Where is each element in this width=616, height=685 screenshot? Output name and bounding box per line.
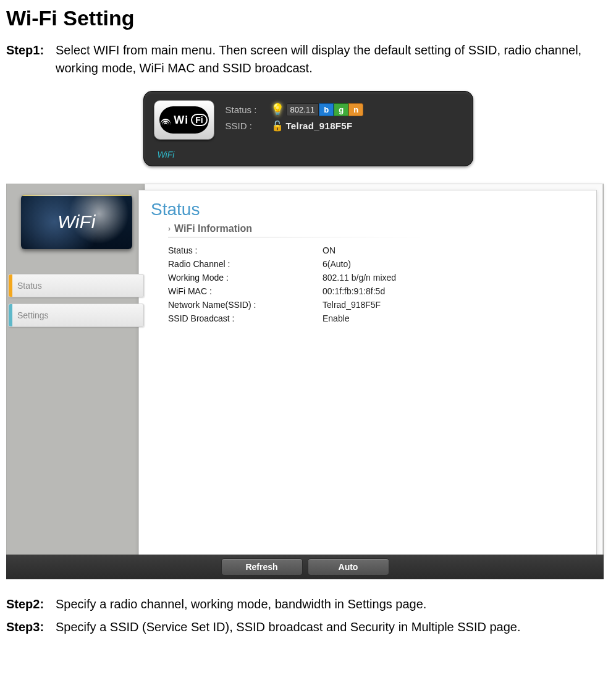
sidebar-tab-status-label: Status [17,281,42,291]
protocol-badge: 802.11 b g n [286,103,364,116]
step-1-label: Step1: [6,41,56,77]
table-row: Working Mode :802.11 b/g/n mixed [168,271,590,284]
refresh-button[interactable]: Refresh [221,558,303,576]
step-3-text: Specify a SSID (Service Set ID), SSID br… [56,618,610,636]
row-key: Network Name(SSID) : [168,300,323,310]
chevron-right-icon: › [168,224,171,233]
auto-button[interactable]: Auto [308,558,389,576]
panel-heading: Status [151,200,590,219]
row-key: Radio Channel : [168,259,323,269]
wifi-logo-fi: Fi [191,114,207,126]
table-row: Status :ON [168,244,590,257]
step-1-text: Select WIFI from main menu. Then screen … [56,41,610,77]
sidebar-tab-settings[interactable]: Settings [8,304,144,327]
step-2: Step2: Specify a radio channel, working … [6,595,610,613]
wifi-dashboard-card[interactable]: Wi Fi Status : 💡 802.11 b g n SSID : [143,91,473,166]
row-val: Enable [323,313,350,323]
divider [168,237,428,237]
step-3-label: Step3: [6,618,56,636]
protocol-n: n [348,103,363,116]
card-footer-label: WiFi [158,150,463,160]
wifi-logo-icon: Wi Fi [154,100,214,140]
panel-subheading: WiFi Information [174,223,252,234]
panel-header-text: WiFi [57,211,96,232]
row-val: Telrad_918F5F [323,300,381,310]
page-title: Wi-Fi Setting [6,6,610,30]
step-2-text: Specify a radio channel, working mode, b… [56,595,610,613]
card-ssid-value: Telrad_918F5F [286,121,353,131]
table-row: WiFi MAC :00:1f:fb:91:8f:5d [168,284,590,298]
panel-header-tile: WiFi [21,195,132,249]
unlocked-icon: 🔓 [269,120,286,132]
table-row: Network Name(SSID) :Telrad_918F5F [168,298,590,312]
protocol-prefix: 802.11 [286,103,319,116]
step-3: Step3: Specify a SSID (Service Set ID), … [6,618,610,636]
step-1: Step1: Select WIFI from main menu. Then … [6,41,610,77]
row-val: 00:1f:fb:91:8f:5d [323,286,385,296]
row-key: SSID Broadcast : [168,313,323,323]
protocol-g: g [334,103,348,116]
wifi-status-panel: WiFi Status Settings Status › WiFi Infor… [6,184,604,579]
row-key: Working Mode : [168,273,323,283]
wifi-logo-wi: Wi [174,114,188,127]
wifi-info-table: Status :ON Radio Channel :6(Auto) Workin… [168,244,590,325]
row-key: WiFi MAC : [168,286,323,296]
panel-footer-bar: Refresh Auto [6,555,604,579]
row-val: 6(Auto) [323,259,351,269]
row-val: ON [323,245,335,255]
protocol-b: b [319,103,334,116]
card-status-label: Status : [226,104,269,115]
lightbulb-icon: 💡 [269,103,286,116]
table-row: Radio Channel :6(Auto) [168,257,590,271]
sidebar-tab-status[interactable]: Status [8,274,144,297]
sidebar-tab-settings-label: Settings [17,310,49,320]
row-key: Status : [168,245,323,255]
row-val: 802.11 b/g/n mixed [323,273,396,283]
step-2-label: Step2: [6,595,56,613]
card-ssid-label: SSID : [226,121,269,131]
table-row: SSID Broadcast :Enable [168,312,590,325]
